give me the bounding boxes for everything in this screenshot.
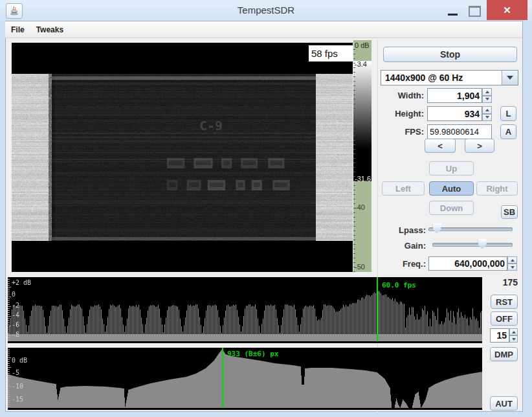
arrow-up-icon: [485, 109, 489, 111]
rst-button[interactable]: RST: [491, 295, 518, 309]
width-input[interactable]: 1,904: [427, 88, 482, 103]
db-colorbar: [353, 40, 371, 272]
lpass-slider[interactable]: [428, 223, 513, 234]
width-spin-down[interactable]: [482, 96, 492, 104]
height-spin-up[interactable]: [482, 106, 492, 114]
arrow-up-icon: [512, 331, 516, 333]
autocorrelation-plot[interactable]: [8, 348, 482, 410]
resolution-select[interactable]: 1440x900 @ 60 Hz: [381, 70, 518, 85]
aut-button[interactable]: AUT: [490, 396, 518, 411]
hold-input[interactable]: 15: [490, 328, 509, 343]
auto-fps-button[interactable]: A: [500, 124, 516, 139]
freq-spin-up[interactable]: [507, 256, 517, 264]
hold-spinner[interactable]: [509, 328, 518, 343]
fps-overlay: 58 fps: [309, 45, 353, 62]
dmp-button[interactable]: DMP: [490, 347, 518, 361]
width-label: Width:: [372, 91, 424, 100]
menu-tweaks[interactable]: Tweaks: [30, 21, 69, 38]
freq-input[interactable]: 640,000,000: [428, 256, 507, 271]
fps-label: FPS:: [372, 127, 424, 137]
height-label: Height:: [372, 109, 424, 118]
arrow-up-icon: [485, 91, 489, 93]
hold-spin-up[interactable]: [509, 328, 518, 335]
fps-input[interactable]: 59.98080614: [427, 124, 492, 139]
arrow-down-icon: [485, 98, 489, 100]
lpass-slider-thumb[interactable]: [433, 223, 441, 234]
fps-decrease-button[interactable]: <: [425, 139, 456, 153]
arrow-down-icon: [511, 266, 515, 269]
framerate-spectrum-plot[interactable]: [8, 277, 482, 343]
minimize-button[interactable]: [443, 3, 462, 19]
minimize-icon: [448, 14, 458, 16]
fps-increase-button[interactable]: >: [465, 139, 494, 153]
freq-spinner[interactable]: [507, 256, 517, 271]
freq-spin-down[interactable]: [507, 264, 517, 271]
auto-position-button[interactable]: Auto: [429, 181, 474, 196]
off-button[interactable]: OFF: [491, 311, 518, 326]
frames-counter: 175: [491, 277, 518, 287]
menu-bar: File Tweaks: [5, 21, 522, 38]
arrow-up-icon: [511, 259, 515, 262]
arrow-down-icon: [512, 338, 516, 341]
close-icon: ✕: [503, 5, 511, 16]
maximize-icon: [469, 6, 481, 17]
gain-slider-thumb[interactable]: [478, 239, 487, 249]
chevron-down-icon: [507, 76, 513, 80]
hold-spin-down[interactable]: [509, 335, 518, 343]
app-window: TempestSDR ✕ File Tweaks 58 fps Stop 144…: [0, 0, 532, 417]
freq-label: Freq.:: [374, 259, 426, 269]
width-spin-up[interactable]: [482, 88, 492, 96]
video-display[interactable]: [12, 43, 353, 272]
resolution-dropdown-button[interactable]: [502, 71, 518, 85]
arrow-down-icon: [485, 116, 489, 118]
height-spin-down[interactable]: [482, 114, 492, 122]
lock-aspect-button[interactable]: L: [500, 106, 516, 121]
shift-right-button[interactable]: Right: [476, 181, 518, 196]
close-button[interactable]: ✕: [487, 0, 527, 20]
shift-up-button[interactable]: Up: [429, 161, 474, 175]
height-input[interactable]: 934: [427, 106, 482, 121]
sb-button[interactable]: SB: [501, 205, 518, 219]
gain-label: Gain:: [374, 241, 426, 251]
resolution-value: 1440x900 @ 60 Hz: [381, 71, 502, 85]
menu-file[interactable]: File: [5, 21, 30, 38]
lpass-slider-track: [428, 227, 513, 231]
gain-slider[interactable]: [432, 239, 513, 249]
title-bar[interactable]: TempestSDR ✕: [0, 0, 532, 21]
lpass-label: Lpass:: [374, 225, 426, 235]
shift-left-button[interactable]: Left: [382, 181, 425, 196]
gain-slider-track: [432, 243, 513, 247]
stop-button[interactable]: Stop: [383, 47, 517, 62]
shift-down-button[interactable]: Down: [429, 201, 474, 215]
height-spinner[interactable]: [482, 106, 492, 121]
maximize-button[interactable]: [465, 3, 484, 19]
width-spinner[interactable]: [482, 88, 492, 103]
